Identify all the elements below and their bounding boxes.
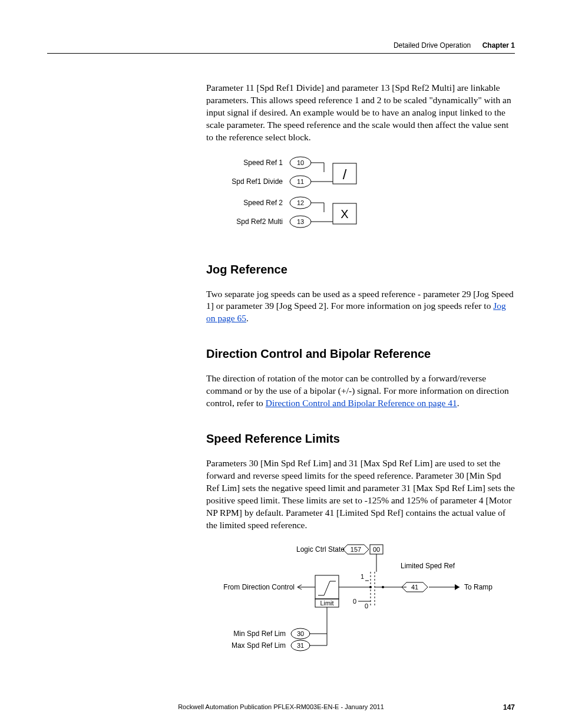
d1-r1-label: Speed Ref 1 [243,159,283,167]
d2-max-label: Max Spd Ref Lim [232,641,286,650]
d1-op1: / [343,166,347,182]
speed-ref-diagram: Speed Ref 1 10 Spd Ref1 Divide 11 / Spee… [206,154,401,237]
header-section: Detailed Drive Operation [394,41,471,50]
d2-max-num: 31 [297,642,304,649]
d1-r2-num: 11 [297,178,304,185]
d2-to-ramp: To Ramp [464,583,492,591]
header-chapter: Chapter 1 [482,41,515,50]
d2-logic-bit: 00 [373,546,380,553]
svg-line-11 [297,585,302,587]
intro-paragraph: Parameter 11 [Spd Ref1 Divide] and param… [206,82,515,144]
speed-limit-diagram: Logic Ctrl State 157 00 Limited Sped Ref… [206,542,513,654]
d2-limit-label: Limit [320,599,333,607]
d1-r4-label: Spd Ref2 Multi [236,218,283,226]
heading-direction: Direction Control and Bipolar Reference [206,346,515,362]
footer-publication: Rockwell Automation Publication PFLEX-RM… [178,703,384,710]
d2-logic-label: Logic Ctrl State [296,545,345,554]
footer-page-number: 147 [503,703,515,711]
d1-r4-num: 13 [297,218,304,225]
d2-logic-num: 157 [351,546,361,553]
heading-jog: Jog Reference [206,262,515,278]
d1-r3-label: Speed Ref 2 [243,199,283,207]
svg-marker-26 [455,584,459,590]
d1-r3-num: 12 [297,199,304,206]
jog-text: Two separate jog speeds can be used as a… [206,289,514,311]
d2-out-num: 41 [411,584,418,591]
d1-r2-label: Spd Ref1 Divide [232,177,283,186]
content-area: Parameter 11 [Spd Ref1 Divide] and param… [206,82,515,658]
svg-line-12 [297,587,302,589]
direction-link[interactable]: Direction Control and Bipolar Reference … [266,398,457,408]
d2-limited-label: Limited Sped Ref [401,562,455,570]
page-footer: Rockwell Automation Publication PFLEX-RM… [47,703,515,710]
d2-sw1: 1 [361,573,364,580]
header-rule [47,53,515,54]
svg-point-20 [369,586,372,588]
d2-sw0b: 0 [365,602,368,610]
page-header: Detailed Drive Operation Chapter 1 [47,41,515,50]
d2-sw0a: 0 [353,598,356,605]
direction-paragraph: The direction of rotation of the motor c… [206,373,515,410]
d1-r1-num: 10 [297,159,304,166]
d2-min-num: 30 [297,630,304,637]
d1-op2: X [340,207,348,220]
d2-min-label: Min Spd Ref Lim [233,630,286,638]
speed-limits-paragraph: Parameters 30 [Min Spd Ref Lim] and 31 [… [206,457,515,532]
jog-paragraph: Two separate jog speeds can be used as a… [206,288,515,325]
heading-speed-limits: Speed Reference Limits [206,431,515,447]
d2-from-label: From Direction Control [223,583,295,591]
